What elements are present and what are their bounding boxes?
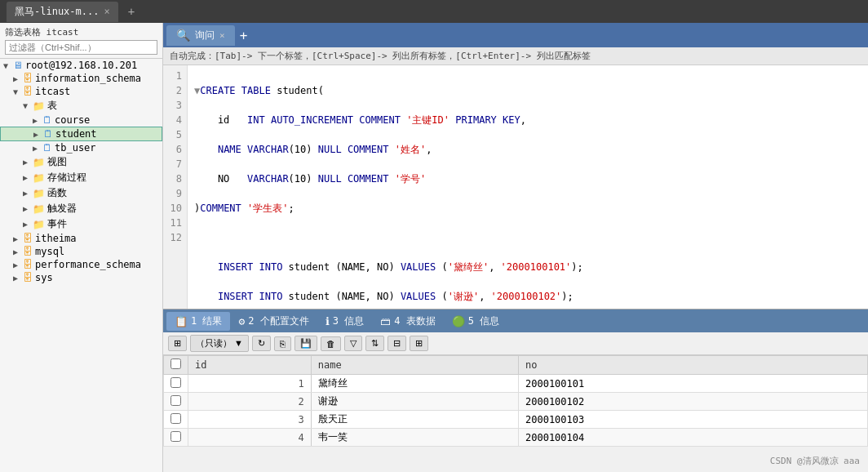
code-line-1: ▼CREATE TABLE student(: [194, 83, 861, 98]
code-line-4: NO VARCHAR(10) NULL COMMENT '学号': [194, 171, 861, 186]
toolbar-expand-btn[interactable]: ⊞: [410, 336, 428, 351]
tree-item-itheima[interactable]: ▶ 🗄 itheima: [0, 232, 162, 245]
query-icon: 🔍: [176, 29, 190, 42]
tree-item-info-schema[interactable]: ▶ 🗄 information_schema: [0, 72, 162, 85]
tree-item-student[interactable]: ▶ 🗒 student: [0, 127, 162, 141]
col-header-no: no: [518, 356, 867, 375]
results-table-header-row: id name no: [164, 356, 868, 375]
tree-item-procedures[interactable]: ▶ 📁 存储过程: [0, 170, 162, 185]
tree-item-itcast[interactable]: ▼ 🗄 itcast: [0, 85, 162, 98]
row-checkbox-cell: [164, 411, 188, 429]
results-tab-tabledata[interactable]: 🗃 4 表数据: [372, 312, 443, 331]
cell-name: 韦一笑: [311, 429, 518, 447]
code-lines: 12345 678910 1112 ▼CREATE TABLE student(…: [163, 65, 868, 309]
tree-item-tb-user[interactable]: ▶ 🗒 tb_user: [0, 141, 162, 154]
query-tabbar: 🔍 询问 × +: [163, 23, 868, 47]
tree-item-server[interactable]: ▼ 🖥 root@192.168.10.201: [0, 59, 162, 72]
tree-item-views[interactable]: ▶ 📁 视图: [0, 154, 162, 170]
right-content: 🔍 询问 × + 自动完成：[Tab]-> 下一个标签，[Ctrl+Space]…: [163, 23, 868, 472]
cell-no: 2000100101: [518, 375, 867, 393]
results-table: id name no 1 黛绮丝 2000100101 2 谢逊 2000100…: [163, 355, 868, 447]
toolbar-refresh-btn[interactable]: ↻: [252, 336, 271, 351]
toolbar-copy-btn[interactable]: ⎘: [274, 336, 291, 351]
col-header-checkbox: [164, 356, 188, 375]
toolbar-delete-btn[interactable]: 🗑: [321, 336, 341, 351]
tree-label: tb_user: [55, 142, 96, 154]
close-icon[interactable]: ×: [104, 6, 109, 17]
code-line-2: id INT AUTO_INCREMENT COMMENT '主键ID' PRI…: [194, 113, 861, 127]
sidebar-tree: ▼ 🖥 root@192.168.10.201 ▶ 🗄 information_…: [0, 59, 162, 472]
autocomplete-hint-text: 自动完成：[Tab]-> 下一个标签，[Ctrl+Space]-> 列出所有标签…: [170, 51, 591, 61]
tree-item-mysql[interactable]: ▶ 🗄 mysql: [0, 245, 162, 258]
select-all-checkbox[interactable]: [170, 358, 181, 369]
cell-name: 黛绮丝: [311, 375, 518, 393]
toolbar-columns-btn[interactable]: ⊟: [388, 336, 406, 351]
tree-label: 函数: [47, 186, 67, 200]
code-line-8: INSERT INTO student (NAME, NO) VALUES ('…: [194, 289, 861, 304]
info5-tab-label: 5 信息: [468, 314, 499, 328]
sidebar: 筛选表格 itcast ▼ 🖥 root@192.168.10.201 ▶ 🗄 …: [0, 23, 163, 472]
tree-item-functions[interactable]: ▶ 📁 函数: [0, 185, 162, 201]
tree-item-events[interactable]: ▶ 📁 事件: [0, 216, 162, 232]
config-tab-label: 2 个配置文件: [248, 314, 308, 328]
tree-label: performance_schema: [35, 259, 141, 270]
tree-label: mysql: [35, 246, 64, 257]
cell-id: 2: [188, 393, 312, 411]
tree-label: student: [55, 128, 97, 140]
tree-label: 表: [47, 99, 57, 113]
row-checkbox[interactable]: [170, 377, 181, 388]
tree-label: sys: [35, 272, 53, 283]
toolbar-filter-btn[interactable]: ▽: [344, 336, 362, 351]
tree-item-performance-schema[interactable]: ▶ 🗄 performance_schema: [0, 258, 162, 271]
tree-label: 视图: [47, 155, 67, 169]
row-checkbox-cell: [164, 375, 188, 393]
tree-item-sys[interactable]: ▶ 🗄 sys: [0, 271, 162, 284]
table-row: 1 黛绮丝 2000100101: [164, 375, 868, 393]
query-tab-close-icon[interactable]: ×: [219, 30, 225, 41]
filter-input[interactable]: [5, 40, 157, 55]
code-line-6: [194, 230, 861, 245]
toolbar-save-btn[interactable]: 💾: [294, 336, 317, 351]
tree-label: 存储过程: [47, 171, 86, 185]
add-query-tab-button[interactable]: +: [240, 28, 248, 43]
results-tab-info5[interactable]: 🟢 5 信息: [444, 312, 507, 331]
row-checkbox-cell: [164, 429, 188, 447]
results-tab-result[interactable]: 📋 1 结果: [166, 312, 230, 331]
code-content-area[interactable]: ▼CREATE TABLE student( id INT AUTO_INCRE…: [188, 65, 868, 309]
result-tab-label: 1 结果: [191, 314, 222, 328]
cell-id: 3: [188, 411, 312, 429]
code-editor[interactable]: 12345 678910 1112 ▼CREATE TABLE student(…: [163, 65, 868, 309]
toolbar-sort-btn[interactable]: ⇅: [365, 336, 384, 351]
main-layout: 筛选表格 itcast ▼ 🖥 root@192.168.10.201 ▶ 🗄 …: [0, 23, 868, 472]
row-checkbox[interactable]: [170, 431, 181, 442]
toolbar-readonly-label: （只读）: [196, 338, 232, 348]
app-tab[interactable]: 黑马-linux-m... ×: [7, 2, 118, 22]
cell-name: 谢逊: [311, 393, 518, 411]
tree-label: itcast: [35, 86, 70, 97]
toolbar-dropdown-btn[interactable]: （只读） ▼: [190, 335, 249, 352]
row-checkbox[interactable]: [170, 395, 181, 406]
tree-label: root@192.168.10.201: [25, 60, 137, 71]
row-checkbox[interactable]: [170, 413, 181, 424]
query-tab[interactable]: 🔍 询问 ×: [166, 25, 235, 46]
filter-label: 筛选表格 itcast: [5, 26, 157, 40]
tree-item-triggers[interactable]: ▶ 📁 触发器: [0, 201, 162, 216]
tree-label: course: [55, 114, 90, 126]
results-tab-config[interactable]: ⚙ 2 个配置文件: [230, 312, 317, 331]
code-line-7: INSERT INTO student (NAME, NO) VALUES ('…: [194, 260, 861, 274]
watermark-text: CSDN @清风微凉 aaa: [770, 456, 860, 466]
cell-name: 殷天正: [311, 411, 518, 429]
tabledata-tab-icon: 🗃: [380, 315, 391, 327]
tree-item-course[interactable]: ▶ 🗒 course: [0, 114, 162, 127]
results-tab-info3[interactable]: ℹ 3 信息: [317, 312, 372, 331]
tabledata-tab-label: 4 表数据: [394, 314, 435, 328]
results-tabbar: 📋 1 结果 ⚙ 2 个配置文件 ℹ 3 信息 🗃 4 表数据 🟢 5: [163, 309, 868, 332]
info3-tab-label: 3 信息: [333, 314, 364, 328]
tree-item-tables-folder[interactable]: ▼ 📁 表: [0, 98, 162, 114]
toolbar-grid-btn[interactable]: ⊞: [168, 336, 187, 351]
new-tab-button[interactable]: +: [128, 5, 135, 18]
table-row: 3 殷天正 2000100103: [164, 411, 868, 429]
tree-label: 触发器: [47, 202, 77, 216]
results-table-wrapper[interactable]: id name no 1 黛绮丝 2000100101 2 谢逊 2000100…: [163, 355, 868, 472]
watermark: CSDN @清风微凉 aaa: [770, 455, 860, 467]
